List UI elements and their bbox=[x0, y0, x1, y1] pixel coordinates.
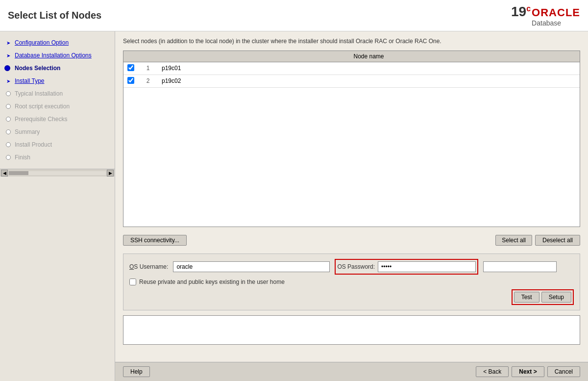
circle-icon bbox=[6, 117, 11, 122]
select-deselect-group: Select all Deselect all bbox=[495, 235, 580, 246]
next-button[interactable]: Next > bbox=[512, 366, 544, 377]
test-setup-row: Test Setup bbox=[129, 289, 574, 305]
setup-button[interactable]: Setup bbox=[541, 292, 571, 303]
oracle-brand: ORACLE bbox=[532, 6, 580, 19]
ssh-connectivity-button[interactable]: SSH connectivity... bbox=[123, 235, 187, 246]
sidebar-item-finish: Finish bbox=[0, 151, 115, 164]
sidebar-item-configuration-option[interactable]: ➤ Configuration Option bbox=[0, 36, 115, 49]
sidebar-item-install-type[interactable]: ➤ Install Type bbox=[0, 75, 115, 87]
cancel-button[interactable]: Cancel bbox=[547, 366, 580, 377]
back-button[interactable]: < Back bbox=[476, 366, 509, 377]
sidebar-scrollbar[interactable]: ◀ ▶ bbox=[0, 169, 115, 177]
sidebar-label-prerequisite-checks: Prerequisite Checks bbox=[15, 116, 67, 123]
scroll-track bbox=[9, 171, 106, 175]
node-table-container: Node name 1p19c012p19c02 bbox=[123, 51, 580, 227]
output-area bbox=[123, 315, 580, 345]
reuse-keys-label: Reuse private and public keys existing i… bbox=[139, 279, 285, 285]
active-dot-icon bbox=[4, 65, 10, 71]
help-button[interactable]: Help bbox=[123, 366, 150, 377]
circle-icon bbox=[6, 142, 11, 147]
ssh-section: OS Username: OS Password: Reuse private … bbox=[123, 254, 580, 310]
credentials-row: OS Username: OS Password: bbox=[129, 259, 574, 275]
scroll-thumb bbox=[9, 171, 28, 175]
oracle-version: 19c bbox=[511, 4, 531, 20]
table-col-checkbox bbox=[123, 51, 138, 62]
arrow-icon: ➤ bbox=[6, 53, 10, 58]
sidebar-label-root-script-execution: Root script execution bbox=[15, 103, 70, 110]
row-checkbox[interactable] bbox=[127, 77, 134, 84]
sidebar-label-configuration-option: Configuration Option bbox=[15, 39, 69, 46]
row-checkbox-cell bbox=[123, 62, 138, 75]
table-col-nodename: Node name bbox=[158, 51, 580, 62]
sidebar: ➤ Configuration Option ➤ Database Instal… bbox=[0, 31, 115, 381]
sidebar-label-install-type: Install Type bbox=[15, 77, 44, 84]
content-area: Select nodes (in addition to the local n… bbox=[115, 31, 588, 381]
table-col-num bbox=[138, 51, 158, 62]
sidebar-item-typical-installation: Typical Installation bbox=[0, 87, 115, 100]
header: Select List of Nodes 19c ORACLE Database bbox=[0, 0, 588, 31]
sidebar-item-root-script-execution: Root script execution bbox=[0, 100, 115, 113]
circle-icon bbox=[6, 104, 11, 109]
main-container: ➤ Configuration Option ➤ Database Instal… bbox=[0, 31, 588, 381]
oracle-product: Database bbox=[532, 19, 561, 27]
footer-right: < Back Next > Cancel bbox=[476, 366, 580, 377]
row-number: 1 bbox=[138, 62, 158, 75]
row-checkbox-cell bbox=[123, 75, 138, 87]
arrow-icon: ➤ bbox=[6, 78, 10, 84]
deselect-all-button[interactable]: Deselect all bbox=[535, 235, 580, 246]
sidebar-label-database-installation-options: Database Installation Options bbox=[15, 52, 92, 59]
circle-icon bbox=[6, 129, 11, 134]
os-password-box: OS Password: bbox=[335, 259, 478, 275]
circle-icon bbox=[6, 91, 11, 96]
test-setup-box: Test Setup bbox=[512, 289, 574, 305]
row-node-name: p19c01 bbox=[158, 62, 580, 75]
table-row: 2p19c02 bbox=[123, 75, 580, 87]
row-checkbox[interactable] bbox=[127, 64, 134, 71]
os-password-confirm-input[interactable] bbox=[483, 261, 557, 272]
sidebar-item-nodes-selection[interactable]: Nodes Selection bbox=[0, 62, 115, 75]
os-username-label: OS Username: bbox=[129, 263, 168, 270]
footer: Help < Back Next > Cancel bbox=[115, 362, 588, 381]
sidebar-label-install-product: Install Product bbox=[15, 141, 52, 148]
sidebar-item-install-product: Install Product bbox=[0, 138, 115, 151]
sidebar-label-summary: Summary bbox=[15, 128, 40, 135]
arrow-icon: ➤ bbox=[6, 40, 10, 46]
scroll-left-arrow[interactable]: ◀ bbox=[1, 170, 8, 177]
test-button[interactable]: Test bbox=[514, 292, 539, 303]
row-node-name: p19c02 bbox=[158, 75, 580, 87]
os-password-label: OS Password: bbox=[337, 263, 375, 270]
row-number: 2 bbox=[138, 75, 158, 87]
sidebar-label-finish: Finish bbox=[15, 154, 30, 161]
os-password-input[interactable] bbox=[378, 261, 476, 272]
sidebar-label-nodes-selection: Nodes Selection bbox=[15, 65, 60, 72]
page-title: Select List of Nodes bbox=[8, 10, 101, 21]
select-all-button[interactable]: Select all bbox=[495, 235, 532, 246]
sidebar-list: ➤ Configuration Option ➤ Database Instal… bbox=[0, 31, 115, 169]
reuse-keys-checkbox[interactable] bbox=[129, 279, 136, 285]
os-username-input[interactable] bbox=[173, 261, 330, 272]
description-text: Select nodes (in addition to the local n… bbox=[123, 37, 580, 46]
buttons-row: SSH connectivity... Select all Deselect … bbox=[123, 232, 580, 249]
oracle-logo: 19c ORACLE Database bbox=[511, 4, 580, 27]
node-table: Node name 1p19c012p19c02 bbox=[123, 51, 580, 88]
table-row: 1p19c01 bbox=[123, 62, 580, 75]
sidebar-item-database-installation-options[interactable]: ➤ Database Installation Options bbox=[0, 49, 115, 62]
sidebar-item-prerequisite-checks: Prerequisite Checks bbox=[0, 113, 115, 126]
sidebar-label-typical-installation: Typical Installation bbox=[15, 90, 63, 97]
footer-left: Help bbox=[123, 366, 150, 377]
circle-icon bbox=[6, 155, 11, 160]
content-inner: Select nodes (in addition to the local n… bbox=[115, 31, 588, 362]
sidebar-item-summary: Summary bbox=[0, 126, 115, 138]
scroll-right-arrow[interactable]: ▶ bbox=[107, 170, 114, 177]
reuse-keys-row: Reuse private and public keys existing i… bbox=[129, 279, 574, 285]
